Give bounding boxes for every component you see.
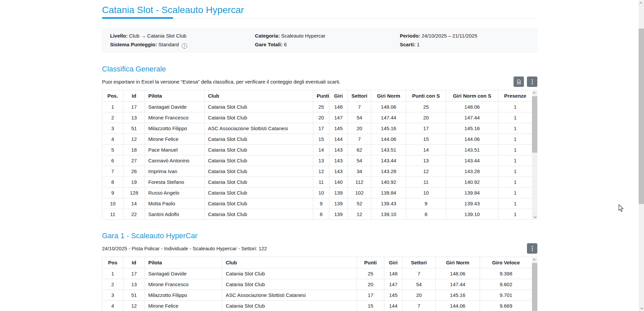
scroll-up-button[interactable] <box>639 0 644 6</box>
column-header: Pilota <box>145 257 222 268</box>
cell: 51 <box>123 123 145 134</box>
cell: 140.92 <box>446 177 498 188</box>
cell: 145 <box>384 290 402 301</box>
cell: 2 <box>102 279 123 290</box>
cell: 147.44 <box>446 112 498 123</box>
cell: 147.44 <box>371 112 406 123</box>
cell: 1 <box>498 102 532 112</box>
file-excel-icon <box>516 79 522 85</box>
chevron-up-icon <box>533 259 535 261</box>
export-excel-button[interactable] <box>514 76 524 87</box>
column-header: Pilota <box>145 90 205 102</box>
info-value: Scaleauto Hypercar <box>281 33 325 39</box>
cell: ASC Associazione Slottisti Catanesi <box>222 290 357 301</box>
cell: 139.43 <box>446 198 498 209</box>
table-row: 726Imprima IvanCatania Slot Club12143341… <box>102 166 532 177</box>
cell: 62 <box>348 145 371 155</box>
race-1-toolbar <box>527 243 537 254</box>
cell: 13 <box>313 155 329 166</box>
column-header: Id <box>123 257 145 268</box>
cell: 3 <box>102 290 123 301</box>
general-ranking-table: Pos.IdPilotaClubPuntiGiriSettoriGiri Nor… <box>102 90 532 220</box>
title-accent-underline <box>102 17 173 19</box>
cell: 1 <box>498 177 532 188</box>
cell: 25 <box>357 268 384 279</box>
cell: 7 <box>402 301 436 311</box>
general-ranking-scrollbar[interactable] <box>532 90 537 220</box>
general-ranking-title: Classifica Generale <box>102 64 537 74</box>
race-1-menu-button[interactable] <box>527 243 537 254</box>
scrollbar-thumb[interactable] <box>532 96 537 153</box>
column-header: Id <box>123 90 145 102</box>
cell: 143.28 <box>371 166 406 177</box>
cell: Catania Slot Club <box>205 166 313 177</box>
cell: 34 <box>348 166 371 177</box>
cell: 8 <box>102 177 123 188</box>
scroll-up-button[interactable] <box>532 90 537 96</box>
cell: 112 <box>348 177 371 188</box>
scroll-down-button[interactable] <box>532 214 537 220</box>
ranking-menu-button[interactable] <box>527 76 537 87</box>
cell: 1 <box>498 123 532 134</box>
cell: 1 <box>102 102 123 112</box>
cell: 15 <box>406 134 446 145</box>
info-periodo: Periodo: 24/10/2025 – 21/11/2025 <box>400 32 529 40</box>
cell: 147 <box>329 112 348 123</box>
cell: 144 <box>384 301 402 311</box>
cell: 17 <box>123 268 145 279</box>
export-hint-text: Puoi esportare in Excel la versione “Est… <box>102 79 340 85</box>
cell: 6 <box>102 155 123 166</box>
info-sistema-punteggio: Sistema Punteggio: Standard i <box>110 41 255 49</box>
race-1-scrollbar[interactable] <box>532 257 537 311</box>
table-row: 213Mirone FrancescoCatania Slot Club2014… <box>102 279 532 290</box>
cell: 7 <box>348 134 371 145</box>
cell: 25 <box>406 102 446 112</box>
cell: Foresta Stefano <box>145 177 205 188</box>
cell: 139.43 <box>371 198 406 209</box>
header-row: PosIdPilotaClubPuntiGiriSettoriGiri Norm… <box>102 257 532 268</box>
info-label: Scarti: <box>400 42 416 47</box>
scroll-down-button[interactable] <box>639 305 644 311</box>
cell: Mirone Francesco <box>145 279 222 290</box>
cell: 145 <box>329 123 348 134</box>
info-label: Gare Totali: <box>255 42 282 47</box>
cell: 12 <box>123 301 145 311</box>
scrollbar-thumb[interactable] <box>532 263 537 311</box>
cell: 148.06 <box>371 102 406 112</box>
cell: 4 <box>102 301 123 311</box>
cell: 22 <box>123 209 145 220</box>
cell: 14 <box>406 145 446 155</box>
info-categoria: Categoria: Scaleauto Hypercar <box>255 32 400 40</box>
cell: Catania Slot Club <box>205 209 313 220</box>
kebab-menu-icon <box>532 246 533 251</box>
cell: 9.398 <box>480 268 532 279</box>
cell: Catania Slot Club <box>205 145 313 155</box>
cell: 139 <box>329 209 348 220</box>
cell: 54 <box>348 155 371 166</box>
page-scrollbar[interactable] <box>639 0 644 311</box>
column-header: Pos. <box>102 90 123 102</box>
cell: 1 <box>498 145 532 155</box>
cell: 148 <box>384 268 402 279</box>
general-ranking-table-container: Pos.IdPilotaClubPuntiGiriSettoriGiri Nor… <box>102 90 537 220</box>
cell: 13 <box>406 155 446 166</box>
cell: 20 <box>313 112 329 123</box>
cell: 1 <box>498 134 532 145</box>
cell: 52 <box>348 198 371 209</box>
cell: Santagati Davide <box>145 102 205 112</box>
cell: 12 <box>406 166 446 177</box>
info-icon[interactable]: i <box>182 43 187 49</box>
table-row: 117Santagati DavideCatania Slot Club2514… <box>102 268 532 279</box>
scrollbar-thumb[interactable] <box>639 29 644 204</box>
cell: 7 <box>348 102 371 112</box>
cell: 143.51 <box>446 145 498 155</box>
scroll-up-button[interactable] <box>532 257 537 262</box>
cell: Milazzotto Filippo <box>145 290 222 301</box>
title-divider <box>102 18 537 19</box>
cell: Santagati Davide <box>145 268 222 279</box>
race-1-table: PosIdPilotaClubPuntiGiriSettoriGiri Norm… <box>102 257 532 311</box>
cell: Catania Slot Club <box>205 177 313 188</box>
cell: 144 <box>329 134 348 145</box>
cell: 139.10 <box>446 209 498 220</box>
cell: Catania Slot Club <box>222 268 357 279</box>
